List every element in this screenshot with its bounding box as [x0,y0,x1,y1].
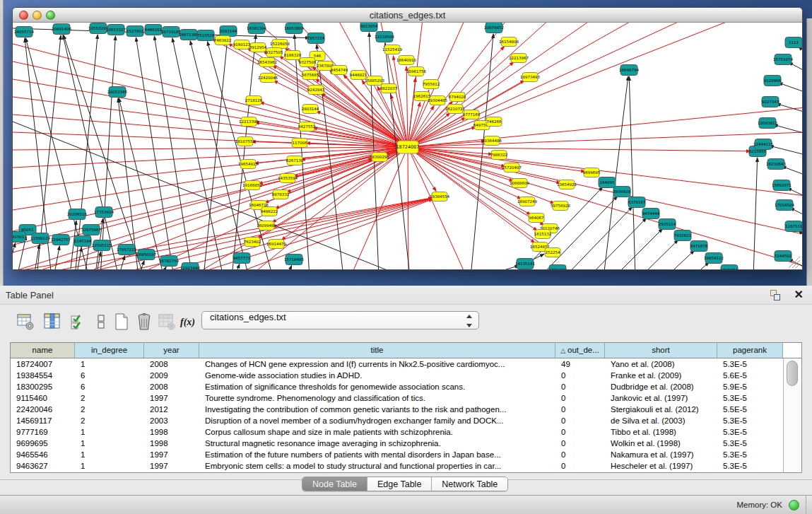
column-header-name[interactable]: name [11,343,75,358]
table-row[interactable]: 969969511998Structural magnetic resonanc… [11,438,801,449]
memory-ok-indicator[interactable] [789,500,799,510]
graph-node[interactable]: 7932621 [674,230,692,241]
graph-node[interactable]: 18107552 [235,137,255,146]
table-row[interactable]: 911546021997Tourette syndrome. Phenomeno… [11,392,801,404]
graph-node[interactable]: 16648794 [619,65,639,76]
graph-node[interactable]: 9498222 [261,207,278,216]
graph-node[interactable]: 11568129 [30,233,50,244]
graph-node[interactable]: 16099489 [257,221,276,230]
graph-node[interactable]: 9129966 [764,76,782,86]
graph-node[interactable]: 20053346 [107,87,127,98]
column-header-title[interactable]: title [199,343,555,358]
function-builder-icon[interactable]: f(x) [178,312,198,332]
table-row[interactable]: 946554611997Estimation of the future num… [11,449,801,460]
graph-node[interactable]: 18381304 [247,23,266,34]
graph-node[interactable]: 1615132 [534,230,552,239]
graph-node[interactable]: 9699695 [583,168,601,177]
new-table-icon[interactable] [112,312,131,332]
graph-node[interactable]: 7515526 [197,30,215,41]
graph-node[interactable]: 2803144 [302,105,319,114]
graph-node[interactable]: 16210643 [766,159,786,170]
column-header-short[interactable]: short [605,343,717,358]
graph-node[interactable]: 6379197 [628,197,646,208]
graph-node[interactable]: 5675685 [302,71,319,80]
graph-node[interactable]: 9777169 [463,110,481,119]
graph-node[interactable]: 1733426 [549,265,567,270]
graph-node[interactable]: 9245652 [721,265,739,270]
graph-node[interactable]: 20691406 [52,24,71,35]
graph-node[interactable]: 7463822 [214,36,232,45]
graph-node[interactable]: 6466161 [145,25,163,35]
graph-node[interactable]: 20876852 [484,23,504,33]
graph-node[interactable]: 12444115 [753,139,773,150]
table-scrollbar-thumb[interactable] [787,361,798,386]
tab-node-table[interactable]: Node Table [302,477,367,491]
table-row[interactable]: 1938455462009Genome-wide association stu… [11,370,801,381]
graph-node[interactable]: 6794028 [449,93,466,102]
graph-node[interactable]: 9327505 [266,48,283,57]
graph-node[interactable]: 2718126 [245,96,263,105]
graph-node[interactable]: 16543962 [257,58,277,67]
graph-node[interactable]: 2935114 [659,219,676,230]
unselect-rows-icon[interactable] [91,312,111,332]
graph-node[interactable]: 9227343 [762,97,779,107]
graph-node[interactable]: 19384554 [430,192,449,201]
graph-node[interactable]: 12942757 [51,235,71,245]
table-row[interactable]: 1456911722003Disruption of a novel membe… [11,415,801,426]
graph-node[interactable]: 12505115 [92,240,112,251]
graph-node[interactable]: 117006 [292,139,307,148]
graph-node[interactable]: 22420046 [258,74,278,83]
delete-table-icon[interactable] [134,312,154,332]
graph-node[interactable]: 8822037 [380,84,398,93]
graph-node[interactable]: 17957223 [117,245,136,255]
table-row[interactable]: 2242004622012Investigating the contribut… [11,404,801,415]
table-row[interactable]: 977716911998Corpus callosum shape and si… [11,426,801,438]
graph-node[interactable]: 991501 [13,232,25,243]
graph-node[interactable]: 11525419 [382,45,402,54]
graph-node[interactable]: 10654112 [704,253,724,264]
graph-node[interactable]: 13654921 [557,180,577,189]
graph-node[interactable]: 8186328 [284,51,302,60]
graph-node[interactable]: 18300295 [370,153,389,162]
graph-node[interactable]: 32975867 [81,225,101,235]
table-selector-dropdown[interactable]: citations_edges.txt [201,311,479,329]
graph-node[interactable]: 18640910 [396,56,416,65]
graph-node[interactable]: 10973493 [520,73,540,82]
graph-node[interactable]: 15720407 [502,163,522,173]
graph-node[interactable]: 964067 [529,214,544,223]
graph-node[interactable]: 19304485 [428,96,447,105]
tab-edge-table[interactable]: Edge Table [367,477,432,491]
table-row[interactable]: 1830029562008Estimation of significance … [11,381,801,392]
graph-node[interactable]: 8427552 [298,122,316,132]
graph-node[interactable]: 8267130 [286,156,304,165]
column-header-in_degree[interactable]: in_degree [75,343,144,358]
graph-node[interactable]: 15751074 [773,54,793,65]
graph-node[interactable]: 19654925 [238,160,258,169]
graph-node[interactable]: 12923448 [180,263,200,270]
graph-node[interactable]: 16671388 [179,30,199,40]
graph-node[interactable]: 7955812 [423,80,440,89]
graph-node[interactable]: 16958107 [136,250,156,260]
graph-node[interactable]: 8471676 [690,241,708,252]
graph-node[interactable]: 15718485 [284,255,304,265]
graph-node[interactable]: 16914479 [266,240,286,249]
graph-node[interactable]: 7857224 [307,33,325,44]
graph-node[interactable]: 16782759 [159,256,179,267]
graph-node[interactable]: 12218506 [375,32,394,42]
graph-node[interactable]: 1167531 [785,221,802,232]
table-scrollbar[interactable] [783,358,801,472]
graph-node[interactable]: 9457771 [233,253,251,264]
graph-node[interactable]: 10688609 [510,179,529,188]
graph-node[interactable]: 9327508 [299,58,317,67]
graph-node[interactable]: 9242843 [307,86,325,95]
graph-node[interactable]: 8938928 [613,187,631,197]
network-canvas[interactable]: 2405571420691406105532971065332715276026… [13,23,802,269]
graph-node[interactable]: 8878332 [272,190,290,199]
graph-node[interactable]: 7986322 [490,151,508,160]
graph-node[interactable]: 8813054 [360,23,378,32]
graph-node[interactable]: 9474444 [642,209,660,219]
graph-node[interactable]: 7623402 [244,238,261,247]
graph-node[interactable]: 1112 [785,37,802,48]
table-row[interactable]: 1872400712008Changes of HCN gene express… [11,358,801,370]
graph-node[interactable]: 24055714 [14,27,34,37]
